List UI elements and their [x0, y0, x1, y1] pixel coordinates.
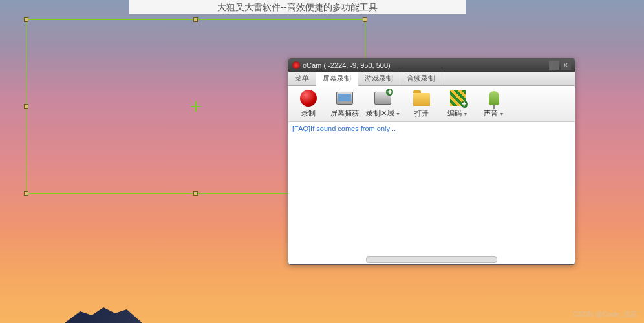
tab-game-record[interactable]: 游戏录制 [358, 72, 400, 85]
app-icon [292, 61, 300, 69]
open-label: 打开 [414, 109, 429, 118]
tab-bar: 菜单 屏幕录制 游戏录制 音频录制 [288, 72, 575, 86]
sound-label: 声音 [484, 109, 498, 117]
capture-icon [335, 89, 354, 107]
content-area: [FAQ]If sound comes from only .. [288, 122, 575, 255]
chevron-down-icon: ▼ [396, 112, 400, 116]
sound-button[interactable]: 声音▼ [478, 88, 510, 120]
encode-icon [448, 89, 467, 107]
watermark: CSDN @Code_流苏 [573, 309, 638, 319]
faq-link[interactable]: [FAQ]If sound comes from only .. [292, 125, 396, 132]
window-controls: _ ✕ [549, 61, 571, 70]
mountain-silhouette [65, 304, 142, 323]
tab-menu[interactable]: 菜单 [288, 72, 316, 85]
area-label: 录制区域 [366, 109, 394, 117]
ocam-window: oCam ( -2224, -9, 950, 500) _ ✕ 菜单 屏幕录制 … [288, 58, 575, 265]
resize-handle-middle-left[interactable] [24, 104, 28, 109]
encode-label: 编码 [447, 109, 462, 117]
record-area-button[interactable]: 录制区域▼ [365, 88, 402, 120]
window-titlebar[interactable]: oCam ( -2224, -9, 950, 500) _ ✕ [288, 59, 575, 72]
resize-handle-bottom-left[interactable] [24, 191, 28, 196]
area-icon [373, 89, 392, 107]
tab-screen-record[interactable]: 屏幕录制 [316, 72, 358, 86]
crosshair-icon[interactable] [191, 101, 201, 112]
record-icon [299, 89, 318, 107]
capture-label: 屏幕捕获 [330, 109, 359, 118]
tab-audio-record[interactable]: 音频录制 [400, 72, 442, 85]
chevron-down-icon: ▼ [499, 112, 504, 116]
open-button[interactable]: 打开 [405, 88, 438, 120]
record-label: 录制 [301, 109, 316, 118]
encode-button[interactable]: 编码▼ [442, 88, 474, 120]
toolbar: 录制 屏幕捕获 录制区域▼ 打开 编码▼ 声音▼ [288, 86, 575, 122]
resize-handle-top-middle[interactable] [193, 17, 198, 22]
resize-handle-bottom-middle[interactable] [193, 191, 198, 196]
close-button[interactable]: ✕ [561, 61, 571, 70]
folder-open-icon [412, 89, 431, 107]
status-scrollbar[interactable] [366, 256, 497, 263]
record-button[interactable]: 录制 [292, 88, 325, 120]
window-title: oCam ( -2224, -9, 950, 500) [303, 59, 549, 72]
page-title-bar: 大狙叉大雷软件--高效便捷的多功能工具 [129, 0, 466, 14]
microphone-icon [484, 89, 504, 107]
chevron-down-icon: ▼ [463, 112, 467, 116]
resize-handle-top-left[interactable] [24, 17, 28, 22]
page-title: 大狙叉大雷软件--高效便捷的多功能工具 [217, 2, 377, 12]
capture-button[interactable]: 屏幕捕获 [328, 88, 361, 120]
minimize-button[interactable]: _ [549, 61, 559, 70]
resize-handle-top-right[interactable] [363, 17, 367, 22]
